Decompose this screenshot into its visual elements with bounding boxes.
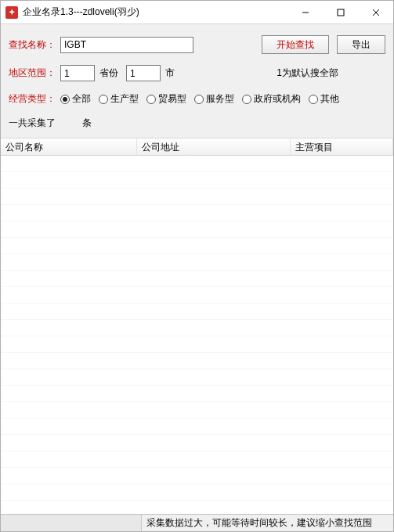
radio-icon	[242, 95, 251, 104]
titlebar: ✦ 企业名录1.3---zdloveli(羽少)	[1, 1, 393, 24]
radio-icon	[99, 95, 108, 104]
table-header: 公司名称 公司地址 主营项目	[1, 138, 393, 156]
column-company-address[interactable]: 公司地址	[137, 138, 291, 155]
radio-label: 政府或机构	[254, 92, 301, 106]
radio-label: 全部	[72, 92, 91, 106]
minimize-button[interactable]	[287, 1, 323, 23]
svg-rect-1	[338, 9, 344, 16]
type-label: 经营类型：	[9, 92, 56, 106]
radio-trade[interactable]: 贸易型	[146, 92, 186, 106]
radio-label: 贸易型	[158, 92, 186, 106]
province-suffix: 省份	[99, 66, 118, 80]
status-left-cell	[1, 515, 142, 531]
column-company-name[interactable]: 公司名称	[1, 138, 137, 155]
summary-row: 一共采集了 条	[9, 117, 385, 130]
statusbar: 采集数据过大，可能等待时间较长，建议缩小查找范围	[1, 514, 393, 531]
radio-icon	[146, 95, 156, 104]
radio-label: 服务型	[206, 92, 234, 106]
form-panel: 查找名称： 开始查找 导出 地区范围： 省份 市 1为默认搜全部 经营类型： 全…	[1, 24, 393, 138]
radio-production[interactable]: 生产型	[99, 92, 139, 106]
search-label: 查找名称：	[9, 38, 56, 52]
radio-label: 生产型	[110, 92, 139, 106]
results-table: 公司名称 公司地址 主营项目	[1, 138, 393, 514]
search-input[interactable]	[60, 37, 193, 53]
maximize-button[interactable]	[323, 1, 358, 23]
status-message: 采集数据过大，可能等待时间较长，建议缩小查找范围	[142, 516, 393, 530]
radio-other[interactable]: 其他	[309, 92, 339, 106]
type-radio-group: 全部 生产型 贸易型 服务型 政府或机构 其他	[60, 92, 339, 106]
summary-suffix: 条	[82, 117, 92, 130]
radio-gov[interactable]: 政府或机构	[242, 92, 301, 106]
city-input[interactable]	[126, 65, 161, 81]
radio-label: 其他	[320, 92, 339, 106]
window-title: 企业名录1.3---zdloveli(羽少)	[23, 5, 287, 19]
region-hint: 1为默认搜全部	[277, 66, 338, 80]
radio-icon	[60, 95, 70, 104]
radio-all[interactable]: 全部	[60, 92, 91, 106]
app-icon: ✦	[5, 6, 18, 19]
export-button[interactable]: 导出	[337, 35, 385, 54]
region-label: 地区范围：	[9, 66, 56, 80]
column-main-project[interactable]: 主营项目	[291, 138, 393, 155]
city-suffix: 市	[165, 66, 175, 80]
radio-service[interactable]: 服务型	[194, 92, 234, 106]
window-controls	[287, 1, 393, 23]
radio-icon	[309, 95, 318, 104]
table-body[interactable]	[1, 156, 393, 514]
province-input[interactable]	[60, 65, 95, 81]
close-button[interactable]	[358, 1, 393, 23]
summary-prefix: 一共采集了	[9, 117, 56, 130]
radio-icon	[194, 95, 204, 104]
start-search-button[interactable]: 开始查找	[262, 35, 329, 54]
